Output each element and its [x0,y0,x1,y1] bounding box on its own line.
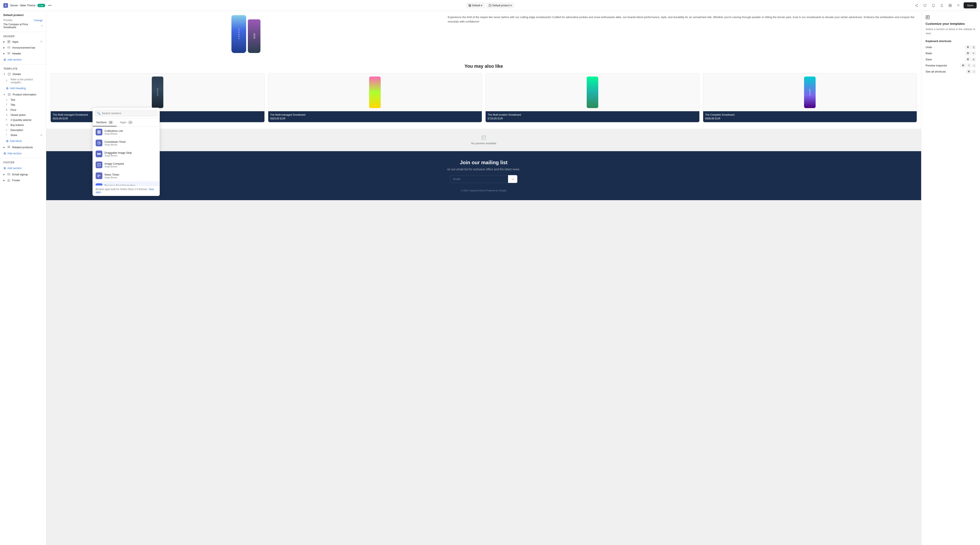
sidebar-child-buy-buttons[interactable]: 🛒 Buy buttons [0,123,46,127]
sidebar-child-variant-picker[interactable]: ◎ Variant picker [0,113,46,118]
plus-icon-template: ⊕ [3,151,6,155]
sidebar-item-email-signup[interactable]: ▶ Email signup [0,171,46,177]
change-preview-link[interactable]: Change [34,19,43,22]
dropdown-item-4[interactable]: News Ticker Snap Blocks [93,171,159,181]
product-card-price-1: €629,95 EUR [270,117,480,120]
svg-rect-46 [97,131,99,132]
add-section-header-button[interactable]: ⊕ Add section [0,56,46,63]
email-signup-label: Email signup [12,173,28,176]
tab-apps[interactable]: Apps 10 [117,119,137,126]
dropdown-item-3[interactable]: Image Compare Snap Blocks [93,159,159,171]
key-cmd: ⌘ [965,45,970,49]
hide-icon-apps[interactable]: 👁 [40,40,43,43]
undo-button[interactable] [955,2,962,9]
external-link-icon[interactable]: ↗ [41,25,43,27]
add-heading-button[interactable]: ⊕ Add Heading [0,85,46,91]
sections-tab-label: Sections [96,121,107,124]
share-icon[interactable] [913,2,920,9]
key-shift: ⇧ [967,64,971,67]
variant-icon: ◎ [6,113,9,116]
sidebar-child-refer[interactable]: T Refer to the product navigatio... [0,77,46,85]
sidebar-item-footer[interactable]: ▶ Footer [0,177,46,183]
product-card-1[interactable]: The Multi-managed Snowboard €629,95 EUR [268,73,482,123]
related-products-label: Related products [12,146,33,149]
svg-point-7 [917,6,918,7]
dropdown-item-2[interactable]: Draggable Image Strip Snap Blocks [93,148,159,159]
collapse-arrow-product-info: ▼ [3,93,5,96]
sidebar-item-related-products[interactable]: ▶ Related products [0,144,46,150]
mobile-icon[interactable] [939,2,945,9]
plus-icon-block: ⊕ [6,139,9,143]
snowboard-display: SNOWBD GEN [231,15,261,53]
add-section-header-label: Add section [7,58,22,61]
topbar-left: S Sense - Main Theme Live ••• [3,3,463,8]
variant-picker-label: Variant picker [11,113,25,116]
product-card-info-2: The Multi-location Snowboard €729,95 EUR [485,111,699,122]
search-sections-input[interactable] [95,110,158,116]
sidebar-item-header[interactable]: ▶ Header [0,51,46,56]
add-section-template-button[interactable]: ⊕ Add section [0,150,46,157]
sidebar-item-divider[interactable]: ▼ Divider [0,71,46,77]
item-sub-4: Snap Blocks [105,176,119,179]
add-section-footer-button[interactable]: ⊕ Add section [0,165,46,171]
shortcut-undo-keys: ⌘ Z [965,45,976,49]
sidebar-child-title[interactable]: T Title [0,102,46,107]
divider-1 [0,32,46,32]
dropdown-item-0[interactable]: Collections List Snap Blocks [93,127,159,137]
add-section-footer-label: Add section [7,167,22,170]
dropdown-item-text-0: Collections List Snap Blocks [105,129,123,135]
quantity-icon: # [6,119,9,121]
dropdown-item-icon-5 [95,183,102,185]
collapse-arrow-related: ▶ [3,146,5,148]
sidebar-item-announcement[interactable]: ▶ Announcement bar [0,45,46,51]
dropdown-item-1[interactable]: Countdown Timer Snap Blocks [93,137,159,148]
svg-line-9 [916,5,917,5]
item-name-2: Draggable Image Strip [105,151,132,155]
shortcut-preview: Preview inspector ⌘ ⇧ I [926,64,976,67]
right-panel-header [926,15,976,19]
default-product-selector[interactable]: Default product ▾ [486,3,514,8]
footer-email-input[interactable] [450,175,508,183]
item-name-1: Countdown Timer [105,140,126,143]
sidebar-item-product-info[interactable]: ▼ Product information [0,91,46,97]
svg-rect-51 [97,153,99,155]
default-label: Default [472,4,480,7]
svg-rect-48 [97,132,99,134]
sidebar-child-text[interactable]: ≡ Text [0,97,46,102]
svg-rect-22 [9,40,10,41]
product-card-2[interactable]: The Multi-location Snowboard €729,95 EUR [485,73,700,123]
product-card-3[interactable]: SHOPFY The Complete Snowboard €699,95 EU… [703,73,917,123]
dropdown-item-text-4: News Ticker Snap Blocks [105,173,119,179]
svg-rect-21 [8,40,9,41]
desktop-icon[interactable] [921,2,928,9]
item-sub-1: Snap Blocks [105,143,126,146]
sidebar-child-description[interactable]: ≡ Description [0,127,46,133]
svg-point-6 [915,5,916,6]
footer-email-submit[interactable]: → [508,175,517,183]
more-options-button[interactable]: ••• [47,3,52,8]
snowboard-dark: GEN [248,19,261,53]
grid-icon[interactable] [947,2,953,9]
product-card-price-2: €729,95 EUR [488,117,697,120]
header-icon [7,52,11,55]
add-block-button[interactable]: ⊕ Add block [0,138,46,144]
recommended-title: You may also like [51,64,917,69]
hide-share-icon[interactable]: 👁 [40,134,43,137]
sidebar-item-apps[interactable]: ▶ Apps 👁 [0,39,46,45]
key-i: I [972,64,976,67]
header-label: Header [12,52,21,55]
save-button[interactable]: Save [964,2,977,8]
default-selector[interactable]: Default ▾ [466,3,485,8]
dropdown-item-icon-2 [95,151,102,157]
sidebar-child-share[interactable]: ⤴ Share 👁 [0,133,46,138]
dropdown-item-5[interactable]: Previous-Next Navigation Snap Blocks [93,181,159,185]
product-card-img-3: SHOPFY [703,73,917,111]
product-card-info-1: The Multi-managed Snowboard €629,95 EUR [268,111,482,122]
tablet-icon[interactable] [930,2,937,9]
snowboard-blue: SNOWBD [231,15,246,53]
shortcut-redo-keys: ⌘ Y [965,51,976,55]
sidebar-child-quantity[interactable]: # # Quantity selector [0,118,46,123]
tab-sections[interactable]: Sections 19 [93,119,117,126]
product-card-price-3: €699,95 EUR [705,117,915,120]
sidebar-child-price[interactable]: $ Price [0,107,46,113]
